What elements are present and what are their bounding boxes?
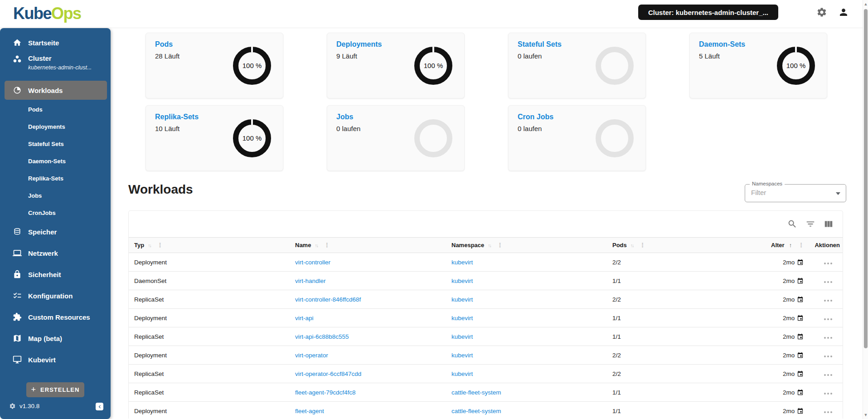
window-scrollbar[interactable] bbox=[863, 0, 868, 419]
sidebar-subitem-stateful-sets[interactable]: Stateful Sets bbox=[0, 138, 111, 149]
cell-namespace-link[interactable]: kubevirt bbox=[451, 352, 473, 359]
column-menu-icon[interactable] bbox=[497, 242, 503, 248]
row-actions-icon[interactable] bbox=[823, 389, 833, 396]
sidebar-item-startseite[interactable]: Startseite bbox=[0, 36, 111, 49]
cell-namespace-link[interactable]: kubevirt bbox=[451, 296, 473, 303]
sort-icon[interactable] bbox=[315, 243, 318, 248]
row-actions-icon[interactable] bbox=[823, 259, 833, 266]
table-row[interactable]: Deployment virt-controller kubevirt 2/2 … bbox=[129, 253, 843, 272]
column-menu-icon[interactable] bbox=[157, 242, 163, 248]
cell-namespace-link[interactable]: kubevirt bbox=[451, 278, 473, 284]
cell-name-link[interactable]: virt-api-6c88b8c555 bbox=[295, 333, 349, 340]
row-actions-icon[interactable] bbox=[823, 370, 833, 377]
cluster-badge[interactable]: Cluster: kubernetes-admin-cluster_... bbox=[638, 5, 778, 20]
sidebar-item-custom-resources[interactable]: Custom Resources bbox=[0, 311, 111, 323]
row-actions-icon[interactable] bbox=[823, 333, 833, 340]
card-title-link[interactable]: Stateful Sets bbox=[518, 40, 562, 49]
cell-name-link[interactable]: virt-handler bbox=[295, 278, 326, 284]
column-menu-icon[interactable] bbox=[640, 242, 645, 248]
cell-name-link[interactable]: virt-operator-6ccf847cdd bbox=[295, 370, 361, 377]
cell-name-link[interactable]: virt-operator bbox=[295, 352, 328, 359]
table-row[interactable]: DaemonSet virt-handler kubevirt 1/1 2mo bbox=[129, 272, 843, 290]
column-menu-icon[interactable] bbox=[798, 242, 804, 248]
namespace-filter-placeholder: Filter bbox=[751, 189, 766, 196]
cell-namespace-link[interactable]: kubevirt bbox=[451, 370, 473, 377]
column-header-typ[interactable]: Typ bbox=[129, 242, 290, 248]
cell-name-link[interactable]: virt-controller bbox=[295, 259, 330, 266]
user-account-icon[interactable] bbox=[838, 7, 849, 18]
cell-namespace-link[interactable]: cattle-fleet-system bbox=[451, 408, 501, 414]
sidebar-subitem-deployments[interactable]: Deployments bbox=[0, 121, 111, 132]
sidebar-item-map-beta[interactable]: Map (beta) bbox=[0, 332, 111, 345]
sidebar-item-workloads[interactable]: Workloads bbox=[5, 81, 107, 100]
cell-alter: 2mo bbox=[783, 408, 795, 414]
column-menu-icon[interactable] bbox=[324, 242, 330, 248]
sidebar-item-speicher[interactable]: Speicher bbox=[0, 225, 111, 238]
scrollbar-up-icon[interactable] bbox=[863, 1, 868, 7]
cell-name-link[interactable]: fleet-agent-79cdcf4fc8 bbox=[295, 389, 356, 396]
row-actions-icon[interactable] bbox=[823, 352, 833, 359]
column-header-alter[interactable]: Alter bbox=[766, 242, 805, 248]
sidebar-subitem-pods[interactable]: Pods bbox=[0, 104, 111, 115]
create-button[interactable]: + ERSTELLEN bbox=[26, 382, 84, 397]
cell-namespace-link[interactable]: kubevirt bbox=[451, 333, 473, 340]
filter-icon[interactable] bbox=[805, 219, 815, 229]
sort-icon[interactable] bbox=[488, 243, 491, 248]
cell-namespace-link[interactable]: cattle-fleet-system bbox=[451, 389, 501, 396]
table-row[interactable]: ReplicaSet virt-operator-6ccf847cdd kube… bbox=[129, 365, 843, 383]
card-title-link[interactable]: Cron Jobs bbox=[518, 113, 553, 121]
sidebar-collapse-button[interactable] bbox=[96, 403, 103, 410]
table-row[interactable]: ReplicaSet fleet-agent-79cdcf4fc8 cattle… bbox=[129, 383, 843, 402]
card-title-link[interactable]: Daemon-Sets bbox=[699, 40, 745, 49]
sidebar-subitem-jobs[interactable]: Jobs bbox=[0, 190, 111, 201]
table-row[interactable]: Deployment virt-operator kubevirt 2/2 2m… bbox=[129, 346, 843, 365]
column-header-namespace[interactable]: Namespace bbox=[446, 242, 607, 248]
scrollbar-thumb[interactable] bbox=[864, 9, 868, 348]
row-actions-icon[interactable] bbox=[823, 408, 833, 414]
sort-icon[interactable] bbox=[630, 243, 634, 248]
calendar-icon bbox=[797, 296, 804, 303]
card-title-link[interactable]: Replika-Sets bbox=[155, 113, 199, 121]
scrollbar-down-icon[interactable] bbox=[863, 412, 868, 418]
search-icon[interactable] bbox=[787, 219, 797, 229]
cell-name-link[interactable]: virt-api bbox=[295, 315, 314, 322]
table-row[interactable]: Deployment virt-api kubevirt 1/1 2mo bbox=[129, 309, 843, 327]
sort-ascending-icon[interactable] bbox=[789, 242, 792, 248]
cell-alter: 2mo bbox=[783, 370, 795, 377]
columns-icon[interactable] bbox=[824, 219, 834, 229]
namespace-filter-select[interactable]: Namespaces Filter bbox=[745, 184, 846, 202]
sidebar-subitem-daemon-sets[interactable]: Daemon-Sets bbox=[0, 156, 111, 166]
sidebar-subitem-cronjobs[interactable]: CronJobs bbox=[0, 207, 111, 218]
table-row[interactable]: ReplicaSet virt-api-6c88b8c555 kubevirt … bbox=[129, 327, 843, 346]
row-actions-icon[interactable] bbox=[823, 278, 833, 284]
card-title-link[interactable]: Pods bbox=[155, 40, 173, 49]
sidebar-subitem-replika-sets[interactable]: Replika-Sets bbox=[0, 173, 111, 184]
settings-gear-icon[interactable] bbox=[816, 7, 827, 18]
sidebar-item-netzwerk[interactable]: Netzwerk bbox=[0, 247, 111, 259]
card-title-link[interactable]: Deployments bbox=[336, 40, 382, 49]
sidebar-item-cluster[interactable]: Clusterkubernetes-admin-clust... bbox=[0, 54, 111, 75]
sidebar-item-label: Deployments bbox=[28, 123, 65, 130]
card-title-link[interactable]: Jobs bbox=[336, 113, 353, 121]
cell-name-link[interactable]: fleet-agent bbox=[295, 408, 324, 414]
sidebar-item-kubevirt[interactable]: Kubevirt bbox=[0, 353, 111, 366]
sidebar-item-konfiguration[interactable]: Konfiguration bbox=[0, 289, 111, 302]
sidebar-item-label: Startseite bbox=[28, 39, 59, 47]
column-header-name[interactable]: Name bbox=[290, 242, 446, 248]
progress-ring-percent: 100 % bbox=[242, 62, 262, 69]
row-actions-icon[interactable] bbox=[823, 296, 833, 303]
cell-name-link[interactable]: virt-controller-846ffcd68f bbox=[295, 296, 361, 303]
row-actions-icon[interactable] bbox=[823, 315, 833, 322]
table-toolbar bbox=[129, 211, 843, 237]
sidebar-item-sicherheit[interactable]: Sicherheit bbox=[0, 268, 111, 281]
top-bar: KubeOps Cluster: kubernetes-admin-cluste… bbox=[0, 0, 868, 28]
table-row[interactable]: ReplicaSet virt-controller-846ffcd68f ku… bbox=[129, 290, 843, 309]
column-header-pods[interactable]: Pods bbox=[607, 242, 766, 248]
progress-ring bbox=[596, 119, 634, 157]
cell-namespace-link[interactable]: kubevirt bbox=[451, 259, 473, 266]
table-row[interactable]: Deployment fleet-agent cattle-fleet-syst… bbox=[129, 402, 843, 419]
calendar-icon bbox=[797, 333, 804, 340]
sort-icon[interactable] bbox=[148, 243, 151, 248]
cell-namespace-link[interactable]: kubevirt bbox=[451, 315, 473, 322]
sidebar-item-label: Konfiguration bbox=[28, 292, 73, 300]
